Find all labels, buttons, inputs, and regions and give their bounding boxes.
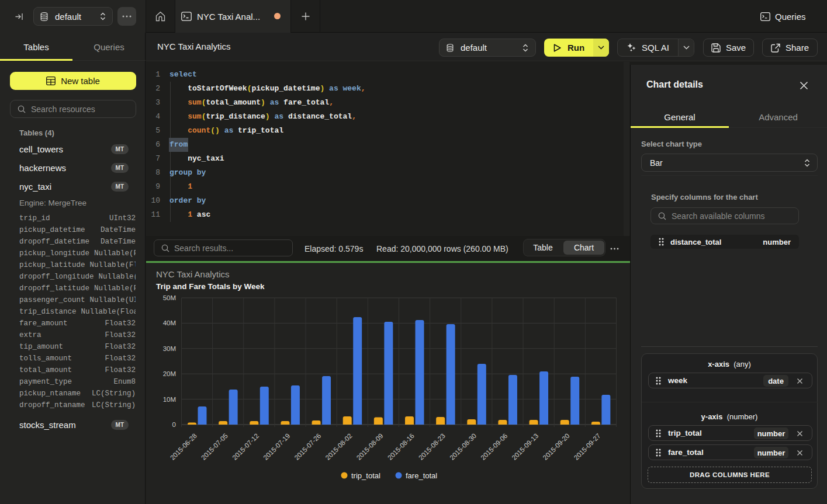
svg-text:2015-08-02: 2015-08-02 [324,432,354,461]
svg-text:trip_total: trip_total [351,471,380,480]
svg-text:2015-07-12: 2015-07-12 [231,432,260,461]
svg-text:30M: 30M [163,345,176,352]
svg-text:2015-09-06: 2015-09-06 [479,432,508,461]
svg-text:2015-09-20: 2015-09-20 [542,432,571,461]
svg-text:2015-07-19: 2015-07-19 [262,432,291,461]
svg-text:2015-08-09: 2015-08-09 [355,432,385,461]
svg-text:2015-08-16: 2015-08-16 [386,432,416,461]
svg-text:2015-09-13: 2015-09-13 [510,432,539,461]
svg-text:2015-07-26: 2015-07-26 [293,432,322,461]
svg-text:2015-06-28: 2015-06-28 [169,432,198,461]
svg-text:fare_total: fare_total [406,471,437,480]
svg-text:40M: 40M [163,319,176,326]
svg-text:2015-08-23: 2015-08-23 [417,432,447,461]
svg-text:2015-07-05: 2015-07-05 [200,432,229,461]
svg-text:Trip and Fare Totals by Week: Trip and Fare Totals by Week [156,282,265,291]
svg-text:0: 0 [172,421,176,428]
svg-text:10M: 10M [163,396,176,403]
svg-text:20M: 20M [163,370,176,377]
svg-text:2015-08-30: 2015-08-30 [448,432,477,461]
svg-text:NYC Taxi Analytics: NYC Taxi Analytics [156,269,230,279]
svg-text:2015-09-27: 2015-09-27 [573,432,602,461]
svg-text:50M: 50M [163,294,176,301]
